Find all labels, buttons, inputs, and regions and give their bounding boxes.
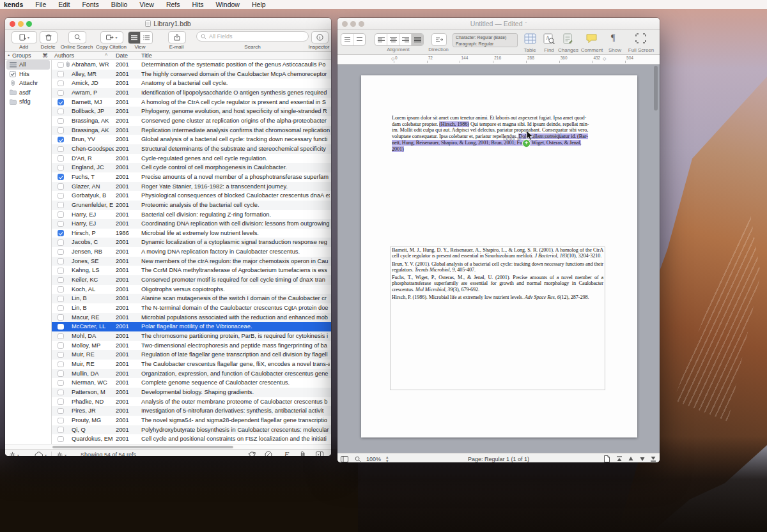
ref-checkbox[interactable] — [58, 324, 64, 330]
zoom-button[interactable] — [26, 21, 32, 27]
ref-checkbox[interactable] — [58, 408, 64, 414]
table-row[interactable]: Alley, MR2001The highly conserved domain… — [52, 70, 331, 79]
prev-page-button[interactable] — [628, 456, 634, 462]
show-button[interactable]: ¶ — [611, 33, 615, 43]
ref-checkbox[interactable] — [58, 193, 64, 199]
ref-checkbox[interactable] — [58, 80, 64, 87]
tag-button[interactable] — [248, 452, 256, 457]
table-row[interactable]: Amick, JD2001Anatomy of a bacterial cell… — [52, 79, 331, 88]
ref-checkbox[interactable] — [58, 352, 64, 358]
table-row[interactable]: Bollback, JP2001Phylogeny, genome evolut… — [52, 107, 331, 116]
comment-button[interactable] — [585, 33, 598, 43]
bookends-title-bar[interactable]: Library1.bdb — [5, 18, 331, 30]
table-row[interactable]: Brun, YV2001Global analysis of a bacteri… — [52, 135, 331, 144]
column-date[interactable]: Date — [116, 52, 128, 59]
table-row[interactable]: Brassinga, AK2001Replication intermediat… — [52, 126, 331, 135]
align-center-button[interactable] — [387, 34, 399, 45]
table-row[interactable]: Harry, EJ2001Coordinating DNA replicatio… — [52, 219, 331, 229]
menu-edit[interactable]: Edit — [58, 1, 70, 8]
table-row[interactable]: Grunenfelder, E2001Proteomic analysis of… — [52, 201, 331, 210]
online-search-button[interactable] — [68, 31, 86, 43]
table-row[interactable]: Phadke, ND2001Analysis of the outer memb… — [52, 397, 331, 407]
ref-checkbox[interactable] — [58, 286, 64, 293]
menu-view[interactable]: View — [139, 1, 154, 8]
ref-checkbox[interactable] — [58, 305, 64, 312]
ref-checkbox[interactable] — [58, 436, 64, 443]
ref-checkbox[interactable] — [58, 399, 64, 405]
ref-checkbox[interactable] — [58, 146, 64, 153]
table-row[interactable]: England, JC2001Cell cycle control of cel… — [52, 163, 331, 172]
ref-checkbox[interactable] — [58, 127, 64, 133]
mellel-title-bar[interactable]: Untitled — Edited ˇ — [337, 18, 660, 30]
inspector-button[interactable] — [311, 31, 329, 43]
table-row[interactable]: Glazer, AN2001Roger Yate Stanier, 1916-1… — [52, 182, 331, 192]
align-justify-button[interactable] — [412, 34, 423, 45]
ref-checkbox[interactable] — [58, 333, 64, 340]
find-button[interactable]: A — [543, 33, 555, 44]
copy-citation-button[interactable]: ▾ — [100, 31, 123, 43]
table-row[interactable]: Jensen, RB2001A moving DNA replication f… — [52, 247, 331, 257]
table-row[interactable]: McCarter, LL2001Polar flagellar motility… — [52, 322, 331, 331]
zoom-stepper[interactable]: ▴▾ — [386, 455, 389, 463]
menu-fonts[interactable]: Fonts — [82, 1, 98, 8]
style-box[interactable]: Character: Regular (Base) Paragraph: Reg… — [453, 33, 518, 47]
menu-window[interactable]: Window — [216, 1, 240, 8]
menu-hits[interactable]: Hits — [192, 1, 204, 8]
table-row[interactable]: Keiler, KC2001Conserved promoter motif i… — [52, 275, 331, 285]
table-row[interactable]: D'Ari, R2001Cycle-regulated genes and ce… — [52, 154, 331, 163]
table-row[interactable]: Koch, AL2001Oligotrophs versus copiotrop… — [52, 285, 331, 294]
list-view-button[interactable] — [128, 32, 141, 43]
ref-checkbox[interactable] — [58, 183, 64, 190]
menu-refs[interactable]: Refs — [166, 1, 180, 8]
table-row[interactable]: Pires, JR2001Investigation of 5-nitrofur… — [52, 406, 331, 416]
menu-biblio[interactable]: Biblio — [111, 1, 128, 8]
menu-help[interactable]: Help — [252, 1, 266, 8]
left-indent-marker[interactable]: ◇ — [391, 56, 394, 61]
add-button[interactable]: ▾ — [12, 31, 37, 43]
ref-checkbox[interactable] — [58, 361, 64, 368]
minimize-button[interactable] — [350, 21, 356, 27]
table-row[interactable]: Mohl, DA2001The chromosome partitioning … — [52, 331, 331, 341]
table-row[interactable]: Quardokus, EM2001Cell cycle and position… — [52, 434, 331, 444]
ref-checkbox[interactable] — [58, 202, 64, 208]
table-row[interactable]: Jones, SE2001New members of the ctrA reg… — [52, 257, 331, 266]
changes-button[interactable] — [562, 33, 573, 44]
minimize-button[interactable] — [18, 21, 24, 27]
page-indicator[interactable]: Page: Regular 1 (1 of 1) — [468, 456, 529, 462]
close-button[interactable] — [10, 21, 15, 27]
ref-checkbox[interactable] — [58, 211, 64, 218]
table-row[interactable]: Patterson, M2001Developmental biology. S… — [52, 388, 331, 397]
list-settings-button[interactable]: ▾ — [56, 452, 66, 457]
sidebar-group-all[interactable]: All — [6, 60, 50, 70]
search-input[interactable]: All Fields — [196, 31, 309, 42]
table-row[interactable]: Jacobs, C2001Dynamic localization of a c… — [52, 238, 331, 247]
ref-checkbox[interactable] — [58, 296, 64, 302]
ref-checkbox[interactable] — [58, 249, 64, 255]
sync-menu-button[interactable]: ▾ — [35, 452, 47, 456]
table-row[interactable]: Prouty, MG2001The novel sigma54- and sig… — [52, 416, 331, 425]
detail-view-button[interactable] — [141, 32, 152, 43]
ref-checkbox[interactable] — [58, 221, 64, 227]
table-row[interactable]: Fuchs, T2001Precise amounts of a novel m… — [52, 172, 331, 182]
ref-checkbox[interactable] — [58, 390, 64, 396]
table-row[interactable]: Kahng, LS2001The CcrM DNA methyltransfer… — [52, 266, 331, 275]
ref-checkbox[interactable] — [58, 174, 64, 180]
table-row[interactable]: Mullin, DA2001Organization, expression, … — [52, 369, 331, 379]
title-popup-chevron[interactable]: ˇ — [525, 21, 527, 27]
sidebar-group-sfdg[interactable]: sfdg — [5, 97, 51, 107]
table-row[interactable]: Lin, B2001The N-terminal domain of the C… — [52, 303, 331, 313]
page[interactable]: Lorem ipsum dolor sit amet cum tenetur a… — [361, 75, 637, 437]
table-row[interactable]: Harry, EJ2001Bacterial cell division: re… — [52, 210, 331, 220]
ref-checkbox[interactable] — [58, 62, 64, 68]
table-row[interactable]: Molloy, MP2001Two-dimensional electropho… — [52, 341, 331, 351]
table-row[interactable]: Hirsch, P1986Microbial life at extremely… — [52, 229, 331, 238]
ref-checkbox[interactable] — [58, 277, 64, 284]
vertical-scrollbar-thumb[interactable] — [654, 66, 658, 110]
sidebar-toggle-button[interactable] — [341, 456, 348, 462]
delete-button[interactable] — [40, 31, 58, 43]
settings-menu-button[interactable]: ▾ — [9, 452, 19, 457]
ref-checkbox[interactable] — [58, 165, 64, 171]
sidebar-group-attachr[interactable]: Attachr — [5, 79, 51, 88]
align-right-button[interactable] — [399, 34, 412, 45]
line-spacing-wide-button[interactable] — [353, 34, 365, 45]
